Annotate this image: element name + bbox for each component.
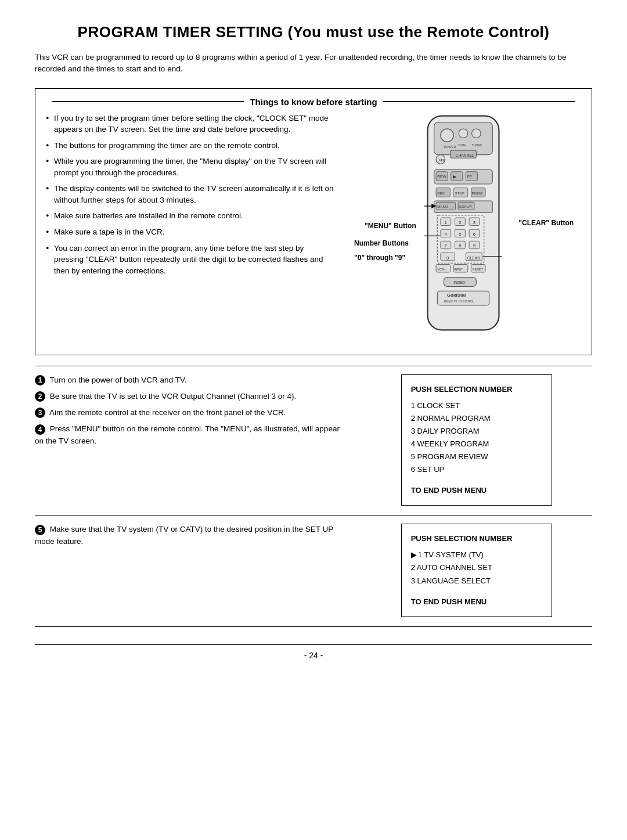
bullet-item: The buttons for programming the timer ar… <box>46 140 334 152</box>
menu-item-text: 1 TV SYSTEM (TV) <box>418 549 484 561</box>
svg-text:8: 8 <box>459 243 461 248</box>
svg-text:INDEX: INDEX <box>453 280 466 284</box>
divider-3 <box>35 626 592 627</box>
menu-display-box-1: PUSH SELECTION NUMBER 1 CLOCK SET 2 NORM… <box>401 374 552 506</box>
menu-item-arrow: ▶ 1 TV SYSTEM (TV) <box>411 549 542 561</box>
divider-1 <box>35 366 592 366</box>
menu-box-2-col: PUSH SELECTION NUMBER ▶ 1 TV SYSTEM (TV)… <box>361 524 592 617</box>
svg-text:REC: REC <box>437 190 445 194</box>
svg-text:▶: ▶ <box>453 174 457 179</box>
svg-text:TUNER: TUNER <box>472 143 482 147</box>
step-num-1: 1 <box>35 375 45 385</box>
step-3: 3 Aim the remote control at the receiver… <box>35 407 343 419</box>
intro-text: This VCR can be programmed to record up … <box>35 52 592 75</box>
step-2-text: Be sure that the TV is set to the VCR Ou… <box>50 392 296 401</box>
steps-row-2: 5 Make sure that the TV system (TV or CA… <box>35 524 592 617</box>
svg-text:FF: FF <box>467 174 472 178</box>
step-num-3: 3 <box>35 408 45 418</box>
svg-text:TV/AV: TV/AV <box>458 143 467 147</box>
step-4: 4 Press "MENU" button on the remote cont… <box>35 423 343 447</box>
menu-item: 5 PROGRAM REVIEW <box>411 450 542 463</box>
bullet-item: If you try to set the program timer befo… <box>46 113 334 135</box>
step-5: 5 Make sure that the TV system (TV or CA… <box>35 524 343 547</box>
remote-wrapper: "MENU" Button Number Buttons "0" through… <box>399 113 527 335</box>
bullet-item: You can correct an error in the program,… <box>46 243 334 277</box>
svg-text:0: 0 <box>446 255 449 260</box>
step-2: 2 Be sure that the TV is set to the VCR … <box>35 391 343 402</box>
menu-item: 3 LANGUAGE SELECT <box>411 575 542 587</box>
menu-box-1-col: PUSH SELECTION NUMBER 1 CLOCK SET 2 NORM… <box>361 374 592 506</box>
svg-text:PAUSE: PAUSE <box>472 191 483 194</box>
push-sel-2: PUSH SELECTION NUMBER <box>411 532 542 545</box>
menu-item: 1 CLOCK SET <box>411 399 542 412</box>
svg-point-3 <box>459 128 468 138</box>
svg-text:9: 9 <box>473 243 475 248</box>
menu-list-1: 1 CLOCK SET 2 NORMAL PROGRAM 3 DAILY PRO… <box>411 399 542 477</box>
step-3-text: Aim the remote control at the receiver o… <box>49 408 286 417</box>
steps-text-1: 1 Turn on the power of both VCR and TV. … <box>35 374 343 452</box>
svg-text:INPUT: INPUT <box>454 267 463 271</box>
svg-text:ATR: ATR <box>439 158 445 161</box>
steps-row-1: 1 Turn on the power of both VCR and TV. … <box>35 374 592 506</box>
svg-text:1: 1 <box>445 220 447 225</box>
svg-text:CLEAR: CLEAR <box>467 255 480 259</box>
svg-text:GoldStar: GoldStar <box>447 293 466 298</box>
top-section: If you try to set the program timer befo… <box>46 113 581 335</box>
bullet-item: Make sure a tape is in the VCR. <box>46 226 334 238</box>
bullet-item: The display contents will be switched to… <box>46 183 334 206</box>
menu-item: 6 SET UP <box>411 463 542 476</box>
menu-item: 2 NORMAL PROGRAM <box>411 412 542 425</box>
svg-text:5: 5 <box>459 232 462 237</box>
step-num-2: 2 <box>35 391 45 402</box>
svg-text:4: 4 <box>445 232 448 237</box>
svg-text:VCR+: VCR+ <box>437 267 446 271</box>
arrow-indicator: ▶ <box>411 549 417 561</box>
step-num-5: 5 <box>35 525 45 535</box>
step-1: 1 Turn on the power of both VCR and TV. <box>35 374 343 386</box>
things-to-know-section: Things to know before starting If you tr… <box>35 88 592 355</box>
to-end-2: TO END PUSH MENU <box>411 596 542 608</box>
svg-text:3: 3 <box>473 220 475 225</box>
menu-item: 2 AUTO CHANNEL SET <box>411 561 542 574</box>
svg-text:CHANNEL: CHANNEL <box>456 153 474 157</box>
svg-text:REW: REW <box>437 174 446 178</box>
step-4-text: Press "MENU" button on the remote contro… <box>35 424 340 445</box>
divider-2 <box>35 515 592 515</box>
bullet-item: Make sure batteries are installed in the… <box>46 210 334 222</box>
clear-button-label: "CLEAR" Button <box>518 219 574 227</box>
step-5-text: Make sure that the TV system (TV or CATV… <box>35 525 333 545</box>
number-buttons-label-1: Number Buttons <box>354 239 409 247</box>
svg-text:6: 6 <box>473 232 475 237</box>
remote-column: "MENU" Button Number Buttons "0" through… <box>345 113 581 335</box>
svg-text:REMOTE CONTROL: REMOTE CONTROL <box>444 300 475 303</box>
svg-text:STOP: STOP <box>455 190 465 194</box>
bullets-column: If you try to set the program timer befo… <box>46 113 334 335</box>
svg-text:RESET: RESET <box>473 267 484 271</box>
bullets-list: If you try to set the program timer befo… <box>46 113 334 277</box>
menu-item: 3 DAILY PROGRAM <box>411 425 542 438</box>
bullet-item: While you are programming the timer, the… <box>46 156 334 178</box>
svg-text:7: 7 <box>445 243 447 248</box>
step-num-4: 4 <box>35 424 45 435</box>
menu-button-label: "MENU" Button <box>365 222 416 230</box>
svg-text:MENU: MENU <box>437 204 448 208</box>
number-buttons-label-2: "0" through "9" <box>354 254 405 262</box>
svg-point-4 <box>472 128 481 138</box>
menu-list-2: ▶ 1 TV SYSTEM (TV) 2 AUTO CHANNEL SET 3 … <box>411 549 542 587</box>
steps-text-2: 5 Make sure that the TV system (TV or CA… <box>35 524 343 552</box>
page-title: PROGRAM TIMER SETTING (You must use the … <box>35 23 592 41</box>
svg-text:POWER: POWER <box>444 145 456 149</box>
svg-text:DISPLAY: DISPLAY <box>459 205 472 208</box>
menu-item: 4 WEEKLY PROGRAM <box>411 438 542 450</box>
things-header: Things to know before starting <box>46 97 581 107</box>
svg-point-2 <box>441 128 453 141</box>
push-sel-1: PUSH SELECTION NUMBER <box>411 383 542 396</box>
step-1-text: Turn on the power of both VCR and TV. <box>50 376 187 384</box>
remote-control-svg: POWER TV/AV TUNER CHANNEL ATR REW <box>399 113 527 333</box>
to-end-1: TO END PUSH MENU <box>411 484 542 497</box>
menu-display-box-2: PUSH SELECTION NUMBER ▶ 1 TV SYSTEM (TV)… <box>401 524 552 617</box>
page-number: - 24 - <box>35 644 592 660</box>
svg-text:2: 2 <box>459 220 461 225</box>
steps-section: 1 Turn on the power of both VCR and TV. … <box>35 366 592 627</box>
